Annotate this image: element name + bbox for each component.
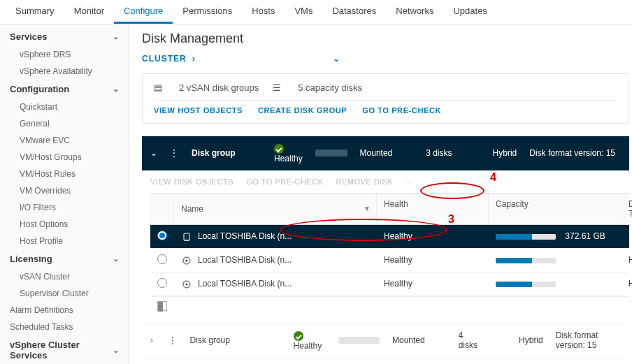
disk-type-cell: HDD [622, 249, 632, 270]
disk-group-icon: ▤ [154, 82, 162, 93]
disk-group-row-expanded[interactable]: ⌄ ⋮ Disk group Healthy Mounted 3 disks H… [142, 136, 629, 170]
capacity-disk-count: 5 capacity disks [298, 82, 362, 93]
main-content: Disk Management CLUSTER › ⌄ ▤ 2 vSAN dis… [129, 24, 632, 364]
tab-datastores[interactable]: Datastores [322, 0, 386, 24]
sidebar-item-quickstart[interactable]: Quickstart [0, 99, 129, 115]
col-name-header[interactable]: Name▼ [174, 194, 377, 224]
usage-bar [315, 150, 347, 156]
format-version: Disk format version: 15 [529, 148, 615, 158]
sidebar-item-vm-host-rules[interactable]: VM/Host Rules [0, 166, 129, 182]
config-sidebar: Services⌄vSphere DRSvSphere Availability… [0, 24, 129, 364]
chevron-down-icon: ⌄ [113, 346, 119, 355]
chevron-down-icon: ⌄ [113, 32, 119, 41]
sidebar-item-alarm-definitions[interactable]: Alarm Definitions [0, 302, 129, 319]
sidebar-section-services[interactable]: Services⌄ [0, 27, 129, 46]
check-icon [274, 144, 284, 154]
table-row[interactable]: Local TOSHIBA Disk (n...Healthy HDD [150, 249, 629, 272]
breadcrumb[interactable]: CLUSTER › ⌄ [142, 53, 629, 64]
sidebar-item-i-o-filters[interactable]: I/O Filters [0, 199, 129, 216]
check-icon [294, 331, 303, 341]
col-select [150, 194, 174, 224]
link-view-host-objects[interactable]: VIEW HOST OBJECTS [154, 106, 243, 115]
chevron-down-icon[interactable]: ⌄ [333, 54, 340, 64]
col-capacity-header[interactable]: Capacity [489, 194, 622, 224]
svg-point-5 [186, 283, 188, 285]
tab-monitor[interactable]: Monitor [64, 0, 114, 24]
sidebar-item-vm-overrides[interactable]: VM Overrides [0, 182, 129, 199]
chevron-down-icon: ⌄ [113, 85, 119, 94]
tab-summary[interactable]: Summary [6, 0, 64, 24]
capacity-disk-icon: ☰ [273, 82, 281, 93]
row-actions-icon[interactable]: ⋮ [168, 335, 178, 345]
disk-capacity-cell [489, 249, 622, 270]
disk-capacity-cell: 372.61 GB [489, 226, 622, 247]
sidebar-item-scheduled-tasks[interactable]: Scheduled Tasks [0, 319, 129, 335]
row-label: Disk group [190, 335, 281, 345]
health-status: Healthy [294, 330, 326, 351]
row-actions-icon[interactable]: ⋮ [170, 148, 179, 158]
breadcrumb-root[interactable]: CLUSTER [142, 54, 187, 64]
col-drivetype-header[interactable]: Drive Type [622, 194, 632, 224]
disk-health-cell: Healthy [377, 249, 489, 270]
sort-icon[interactable]: ▼ [364, 205, 371, 212]
tab-networks[interactable]: Networks [386, 0, 443, 24]
row-radio[interactable] [157, 254, 167, 264]
disk-group-label: Disk group [192, 148, 261, 158]
toolbar-remove-disk[interactable]: REMOVE DISK [336, 177, 394, 186]
mounted-label: Mounted [360, 148, 393, 158]
disk-type-cell: Flash [622, 226, 632, 247]
disk-count: 3 disks [426, 148, 452, 158]
sidebar-item-host-options[interactable]: Host Options [0, 216, 129, 233]
row-radio[interactable] [157, 231, 167, 240]
disk-group-row-collapsed[interactable]: ›Ineligible and unclaimed1 disk [142, 358, 629, 364]
svg-rect-0 [184, 233, 189, 240]
disk-name-cell: Local TOSHIBA Disk (n... [174, 226, 377, 247]
sidebar-item-host-profile[interactable]: Host Profile [0, 233, 129, 249]
toolbar-view-disk-objects[interactable]: VIEW DISK OBJECTS [150, 177, 234, 186]
hdd-disk-icon [181, 255, 192, 265]
col-health-header[interactable]: Health [377, 194, 489, 224]
sidebar-section-configuration[interactable]: Configuration⌄ [0, 80, 129, 99]
disk-count: 4 disks [459, 330, 478, 350]
type-label: Hybrid [519, 335, 543, 345]
sidebar-item-vm-host-groups[interactable]: VM/Host Groups [0, 149, 129, 166]
link-go-to-pre-check[interactable]: GO TO PRE-CHECK [362, 106, 441, 115]
toolbar-go-to-pre-check[interactable]: GO TO PRE-CHECK [246, 177, 323, 186]
summary-panel: ▤ 2 vSAN disk groups ☰ 5 capacity disks … [142, 73, 629, 124]
chevron-down-icon[interactable]: ⌄ [150, 148, 157, 158]
sidebar-item-vsphere-drs[interactable]: vSphere DRS [0, 46, 129, 63]
sidebar-item-supervisor-cluster[interactable]: Supervisor Cluster [0, 285, 129, 302]
sidebar-item-vsphere-availability[interactable]: vSphere Availability [0, 63, 129, 80]
flash-disk-icon [181, 231, 192, 242]
sidebar-item-vmware-evc[interactable]: VMware EVC [0, 132, 129, 149]
table-header: Name▼ Health Capacity Drive Type [150, 193, 629, 225]
table-row[interactable]: Local TOSHIBA Disk (n...Healthy 372.61 G… [150, 225, 629, 249]
disk-capacity-cell [489, 273, 622, 294]
type-label: Hybrid [493, 148, 517, 158]
svg-point-3 [186, 259, 188, 261]
table-row[interactable]: Local TOSHIBA Disk (n...Healthy HDD [150, 272, 629, 296]
tab-permissions[interactable]: Permissions [173, 0, 242, 24]
sidebar-item-general[interactable]: General [0, 115, 129, 132]
link-create-disk-group[interactable]: CREATE DISK GROUP [258, 106, 347, 115]
sidebar-item-vsan-cluster[interactable]: vSAN Cluster [0, 268, 129, 285]
toolbar-more-icon[interactable]: ··· [405, 177, 413, 186]
disk-group-row-collapsed[interactable]: ›⋮Disk groupHealthyMounted4 disksHybridD… [142, 323, 629, 358]
disk-type-cell: HDD [622, 273, 632, 294]
tab-hosts[interactable]: Hosts [242, 0, 285, 24]
sidebar-section-vsphere-cluster-services[interactable]: vSphere Cluster Services⌄ [0, 335, 129, 364]
disk-name-cell: Local TOSHIBA Disk (n... [174, 273, 377, 295]
usage-bar [338, 337, 380, 344]
chevron-right-icon[interactable]: › [150, 335, 156, 345]
disk-groups-count: 2 vSAN disk groups [179, 82, 259, 93]
tab-vms[interactable]: VMs [285, 0, 322, 24]
sidebar-section-licensing[interactable]: Licensing⌄ [0, 249, 129, 268]
tab-configure[interactable]: Configure [114, 0, 173, 24]
disk-table: Name▼ Health Capacity Drive Type Local T… [150, 193, 629, 317]
format-version: Disk format version: 15 [556, 330, 621, 350]
column-selector[interactable] [150, 296, 629, 317]
tab-updates[interactable]: Updates [443, 0, 496, 24]
breadcrumb-current[interactable] [201, 53, 327, 64]
page-title: Disk Management [142, 31, 629, 46]
row-radio[interactable] [157, 278, 167, 288]
